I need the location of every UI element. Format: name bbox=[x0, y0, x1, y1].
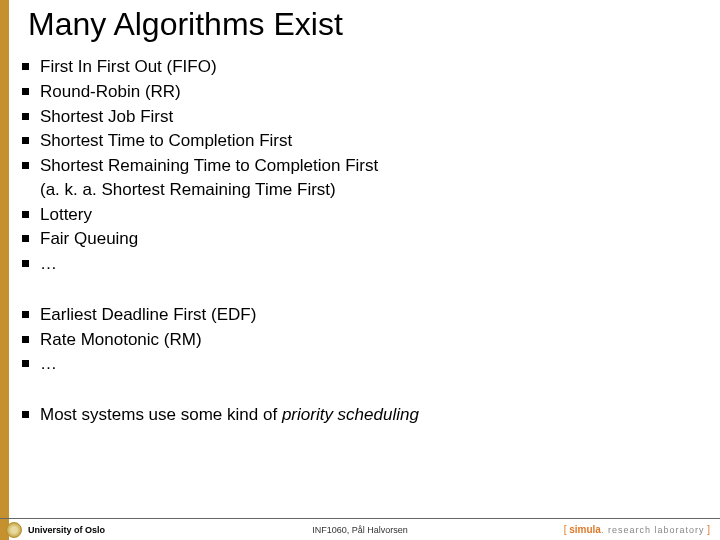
bullet-icon bbox=[22, 336, 29, 343]
list-item-subtext: (a. k. a. Shortest Remaining Time First) bbox=[40, 179, 692, 201]
footer: University of Oslo INF1060, Pål Halvorse… bbox=[0, 518, 720, 540]
bullet-icon bbox=[22, 137, 29, 144]
list-item-text: Rate Monotonic (RM) bbox=[40, 329, 692, 351]
list-item-text: Fair Queuing bbox=[40, 228, 692, 250]
bullet-icon bbox=[22, 360, 29, 367]
list-item: Rate Monotonic (RM) bbox=[22, 329, 692, 351]
list-item: Shortest Remaining Time to Completion Fi… bbox=[22, 155, 692, 201]
list-item-text: Shortest Job First bbox=[40, 106, 692, 128]
italic-text: priority scheduling bbox=[282, 405, 419, 424]
bullet-icon bbox=[22, 235, 29, 242]
bullet-icon bbox=[22, 113, 29, 120]
list-item: Earliest Deadline First (EDF) bbox=[22, 304, 692, 326]
list-item-text: Round-Robin (RR) bbox=[40, 81, 692, 103]
bullet-icon bbox=[22, 211, 29, 218]
list-item: … bbox=[22, 253, 692, 275]
list-item-text: Earliest Deadline First (EDF) bbox=[40, 304, 692, 326]
bullet-group-2: Earliest Deadline First (EDF)Rate Monoto… bbox=[22, 304, 692, 375]
bullet-icon bbox=[22, 311, 29, 318]
course-info: INF1060, Pål Halvorsen bbox=[312, 525, 408, 535]
accent-bar bbox=[0, 0, 9, 540]
bullet-icon bbox=[22, 411, 29, 418]
slide-content: First In First Out (FIFO)Round-Robin (RR… bbox=[22, 56, 692, 429]
list-item-text: … bbox=[40, 253, 692, 275]
list-item: Shortest Time to Completion First bbox=[22, 130, 692, 152]
list-item: … bbox=[22, 353, 692, 375]
bullet-icon bbox=[22, 88, 29, 95]
list-item-text: Lottery bbox=[40, 204, 692, 226]
list-item: Round-Robin (RR) bbox=[22, 81, 692, 103]
list-item-text: Shortest Time to Completion First bbox=[40, 130, 692, 152]
bullet-icon bbox=[22, 162, 29, 169]
list-item: Most systems use some kind of priority s… bbox=[22, 404, 692, 426]
university-seal-icon bbox=[6, 522, 22, 538]
bullet-group-1: First In First Out (FIFO)Round-Robin (RR… bbox=[22, 56, 692, 275]
university-name: University of Oslo bbox=[28, 525, 105, 535]
list-item-text: First In First Out (FIFO) bbox=[40, 56, 692, 78]
list-item-text: Most systems use some kind of priority s… bbox=[40, 404, 692, 426]
bullet-group-3: Most systems use some kind of priority s… bbox=[22, 404, 692, 426]
slide-title: Many Algorithms Exist bbox=[28, 6, 343, 43]
simula-logo: [ simula. research laboratory ] bbox=[564, 524, 710, 535]
list-item: Fair Queuing bbox=[22, 228, 692, 250]
list-item: Shortest Job First bbox=[22, 106, 692, 128]
bullet-icon bbox=[22, 63, 29, 70]
list-item-text: … bbox=[40, 353, 692, 375]
bullet-icon bbox=[22, 260, 29, 267]
list-item-text: Shortest Remaining Time to Completion Fi… bbox=[40, 155, 692, 201]
list-item: Lottery bbox=[22, 204, 692, 226]
list-item: First In First Out (FIFO) bbox=[22, 56, 692, 78]
